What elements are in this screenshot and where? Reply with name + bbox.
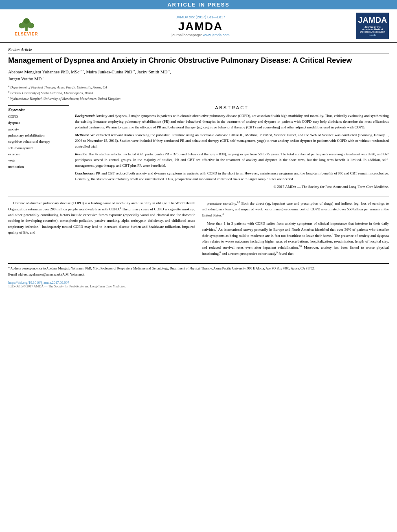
keyword-item: yoga [8, 157, 69, 163]
abstract-background-label: Background: [75, 114, 95, 118]
body-left-col: Chronic obstructive pulmonary disease (C… [8, 201, 195, 259]
footnote-address: * Address correspondence to Abebaw Mengi… [8, 266, 389, 271]
journal-header: ELSEVIER JAMDA xxx (2017) Le1—Le17 JAMDA… [0, 9, 397, 43]
doi-link[interactable]: https://doi.org/10.1016/j.jamda.2017.09.… [8, 280, 389, 285]
abstract-background-text: Anxiety and dyspnea, 2 major symptoms in… [75, 114, 389, 129]
jamda-logo-box: JAMDA Journal of theAmerican MedicalDire… [356, 13, 389, 39]
footnote-email: E-mail address: ayohannes@mmu.ac.uk (A.M… [8, 272, 389, 277]
abstract-conclusions-text: PR and CBT reduced both anxiety and dysp… [75, 171, 389, 181]
footnote-section: * Address correspondence to Abebaw Mengi… [8, 263, 389, 277]
keyword-item: COPD [8, 114, 69, 120]
keywords-box: Keywords: COPD dyspnea anxiety pulmonary… [8, 105, 69, 192]
main-content: Review Article Management of Dyspnea and… [0, 43, 397, 292]
affiliations: a Department of Physical Therapy, Azusa … [8, 84, 389, 101]
body-right-col: premature mortality.2,3 Both the direct … [202, 201, 389, 259]
abstract-methods-text: We extracted relevant studies searching … [75, 133, 389, 148]
keyword-item: self-management [8, 145, 69, 151]
abstract-methods-label: Methods: [75, 133, 89, 137]
svg-point-2 [19, 23, 25, 28]
abstract-results-label: Results: [75, 152, 87, 156]
journal-title: JAMDA [45, 20, 356, 33]
journal-ref: JAMDA xxx (2017) Le1—Le17 [45, 15, 356, 19]
body-text: Chronic obstructive pulmonary disease (C… [8, 201, 389, 259]
keyword-item: meditation [8, 164, 69, 170]
keyword-item: dyspnea [8, 120, 69, 126]
abstract-results-text: The 47 studies selected included 4595 pa… [75, 152, 389, 168]
elsevier-logo: ELSEVIER [8, 14, 45, 38]
abstract-conclusions-label: Conclusions: [75, 171, 95, 175]
section-type: Review Article [8, 47, 389, 53]
abstract-section: ABSTRACT Background: Anxiety and dyspnea… [75, 105, 389, 192]
article-title: Management of Dyspnea and Anxiety in Chr… [8, 56, 389, 65]
keyword-item: cognitive behavioral therapy [8, 139, 69, 145]
section-divider [8, 196, 389, 196]
journal-homepage: journal homepage: www.jamda.com [45, 33, 356, 37]
svg-point-3 [28, 23, 34, 28]
svg-point-4 [23, 18, 29, 24]
abstract-text: Background: Anxiety and dyspnea, 2 major… [75, 113, 389, 190]
abstract-header: ABSTRACT [75, 105, 389, 110]
keywords-title: Keywords: [8, 108, 69, 112]
keyword-item: pulmonary rehabilitation [8, 132, 69, 139]
abstract-copyright: © 2017 AMDA — The Society for Post-Acute… [75, 184, 389, 190]
body-paragraph: premature mortality.2,3 Both the direct … [202, 201, 389, 219]
elsevier-text: ELSEVIER [15, 32, 38, 36]
keywords-list: COPD dyspnea anxiety pulmonary rehabilit… [8, 114, 69, 170]
body-paragraph: Chronic obstructive pulmonary disease (C… [8, 201, 195, 236]
journal-center: JAMDA xxx (2017) Le1—Le17 JAMDA journal … [45, 15, 356, 37]
authors: Abebaw Mengistu Yohannes PhD, MSc a,*, M… [8, 68, 389, 82]
body-paragraph: More than 1 in 3 patients with COPD suff… [202, 221, 389, 257]
keyword-item: anxiety [8, 126, 69, 132]
article-in-press-banner: ARTICLE IN PRESS [0, 0, 397, 9]
footer-copyright: 1525-8610/© 2017 AMDA — The Society for … [8, 285, 389, 288]
journal-homepage-link[interactable]: www.jamda.com [203, 33, 230, 37]
abstract-section-wrapper: Keywords: COPD dyspnea anxiety pulmonary… [8, 105, 389, 192]
keyword-item: exercise [8, 151, 69, 157]
